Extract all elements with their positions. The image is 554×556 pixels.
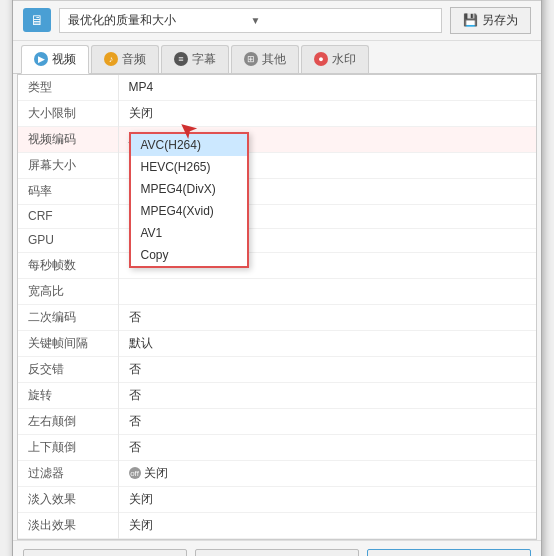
codec-option-avc[interactable]: AVC(H264) — [131, 134, 247, 156]
save-as-button[interactable]: 💾 另存为 — [450, 7, 531, 34]
setting-value: 否 — [118, 434, 536, 460]
setting-key: 大小限制 — [18, 100, 118, 126]
setting-value-codec[interactable]: AVC(H264) ➤ AVC(H264) HEVC(H265) MPEG4(D… — [118, 126, 536, 152]
tab-watermark-icon: ● — [314, 52, 328, 66]
settings-panel: 类型 MP4 大小限制 关闭 视频编码 AVC(H264) — [17, 74, 537, 540]
table-row: 淡出效果 关闭 — [18, 512, 536, 538]
setting-value: 关闭 — [118, 486, 536, 512]
setting-value: off 关闭 — [118, 460, 536, 486]
table-row: GPU — [18, 228, 536, 252]
tab-other-icon: ⊞ — [244, 52, 258, 66]
toolbar: 🖥 最优化的质量和大小 ▼ 💾 另存为 — [13, 1, 541, 41]
filter-status: off 关闭 — [129, 465, 168, 482]
setting-key: CRF — [18, 204, 118, 228]
table-row: 过滤器 off 关闭 — [18, 460, 536, 486]
table-row: 宽高比 — [18, 278, 536, 304]
preset-dropdown[interactable]: 最优化的质量和大小 ▼ — [59, 8, 442, 33]
settings-table: 类型 MP4 大小限制 关闭 视频编码 AVC(H264) — [18, 75, 536, 539]
tab-video-icon: ▶ — [34, 52, 48, 66]
table-row: 左右颠倒 否 — [18, 408, 536, 434]
setting-key: 旋转 — [18, 382, 118, 408]
setting-key: 关键帧间隔 — [18, 330, 118, 356]
setting-key: 宽高比 — [18, 278, 118, 304]
setting-value: 否 — [118, 356, 536, 382]
tab-watermark-label: 水印 — [332, 51, 356, 68]
tab-video-label: 视频 — [52, 51, 76, 68]
table-row: 反交错 否 — [18, 356, 536, 382]
table-row: CRF — [18, 204, 536, 228]
save-as-label: 另存为 — [482, 12, 518, 29]
setting-value: 否 — [118, 382, 536, 408]
tab-audio-label: 音频 — [122, 51, 146, 68]
setting-value: MP4 — [118, 75, 536, 101]
tab-watermark[interactable]: ● 水印 — [301, 45, 369, 73]
setting-key: 淡出效果 — [18, 512, 118, 538]
tabs-bar: ▶ 视频 ♪ 音频 ≡ 字幕 ⊞ 其他 ● 水印 — [13, 41, 541, 74]
table-row: 淡入效果 关闭 — [18, 486, 536, 512]
setting-value: 关闭 — [118, 100, 536, 126]
setting-key: GPU — [18, 228, 118, 252]
setting-key: 左右颠倒 — [18, 408, 118, 434]
setting-key: 二次编码 — [18, 304, 118, 330]
confirm-button[interactable]: ✔ 确定 — [367, 549, 531, 557]
table-row: 上下颠倒 否 — [18, 434, 536, 460]
setting-key: 每秒帧数 — [18, 252, 118, 278]
table-row-video-codec: 视频编码 AVC(H264) ➤ AVC(H264) HEVC(H265) — [18, 126, 536, 152]
tab-subtitle-label: 字幕 — [192, 51, 216, 68]
codec-option-copy[interactable]: Copy — [131, 244, 247, 266]
codec-option-hevc[interactable]: HEVC(H265) — [131, 156, 247, 178]
main-window: ▶ 视频设置 ─ □ ✕ 🖥 最优化的质量和大小 ▼ 💾 另存为 ▶ 视频 ♪ … — [12, 0, 542, 556]
dropdown-arrow-icon: ▼ — [251, 15, 434, 26]
codec-option-mpeg4xvid[interactable]: MPEG4(Xvid) — [131, 200, 247, 222]
codec-option-mpeg4divx[interactable]: MPEG4(DivX) — [131, 178, 247, 200]
table-row: 类型 MP4 — [18, 75, 536, 101]
table-row: 每秒帧数 — [18, 252, 536, 278]
save-icon: 💾 — [463, 13, 478, 27]
setting-key: 视频编码 — [18, 126, 118, 152]
codec-dropdown-container: AVC(H264) ➤ AVC(H264) HEVC(H265) MPEG4(D… — [129, 132, 189, 146]
tab-audio-icon: ♪ — [104, 52, 118, 66]
setting-key: 屏幕大小 — [18, 152, 118, 178]
tab-other[interactable]: ⊞ 其他 — [231, 45, 299, 73]
setting-key: 类型 — [18, 75, 118, 101]
codec-dropdown-menu[interactable]: AVC(H264) HEVC(H265) MPEG4(DivX) MPEG4(X… — [129, 132, 249, 268]
default-button[interactable]: 🖨 默认 — [195, 549, 359, 557]
setting-key: 淡入效果 — [18, 486, 118, 512]
preset-label: 最优化的质量和大小 — [68, 12, 251, 29]
setting-key: 反交错 — [18, 356, 118, 382]
setting-value — [118, 278, 536, 304]
tab-subtitle[interactable]: ≡ 字幕 — [161, 45, 229, 73]
table-row: 二次编码 否 — [18, 304, 536, 330]
toolbar-app-icon: 🖥 — [23, 8, 51, 32]
setting-key: 过滤器 — [18, 460, 118, 486]
tab-audio[interactable]: ♪ 音频 — [91, 45, 159, 73]
off-icon: off — [129, 467, 141, 479]
footer: ↩ 取消 🖨 默认 ✔ 确定 — [13, 540, 541, 557]
setting-key: 码率 — [18, 178, 118, 204]
codec-option-av1[interactable]: AV1 — [131, 222, 247, 244]
setting-value: 默认 — [118, 330, 536, 356]
table-row: 码率 — [18, 178, 536, 204]
table-row: 大小限制 关闭 — [18, 100, 536, 126]
table-row: 关键帧间隔 默认 — [18, 330, 536, 356]
table-row: 旋转 否 — [18, 382, 536, 408]
setting-value: 关闭 — [118, 512, 536, 538]
tab-video[interactable]: ▶ 视频 — [21, 45, 89, 74]
tab-other-label: 其他 — [262, 51, 286, 68]
setting-value: 否 — [118, 304, 536, 330]
cancel-button[interactable]: ↩ 取消 — [23, 549, 187, 557]
setting-value: 否 — [118, 408, 536, 434]
table-row: 屏幕大小 — [18, 152, 536, 178]
setting-key: 上下颠倒 — [18, 434, 118, 460]
tab-subtitle-icon: ≡ — [174, 52, 188, 66]
